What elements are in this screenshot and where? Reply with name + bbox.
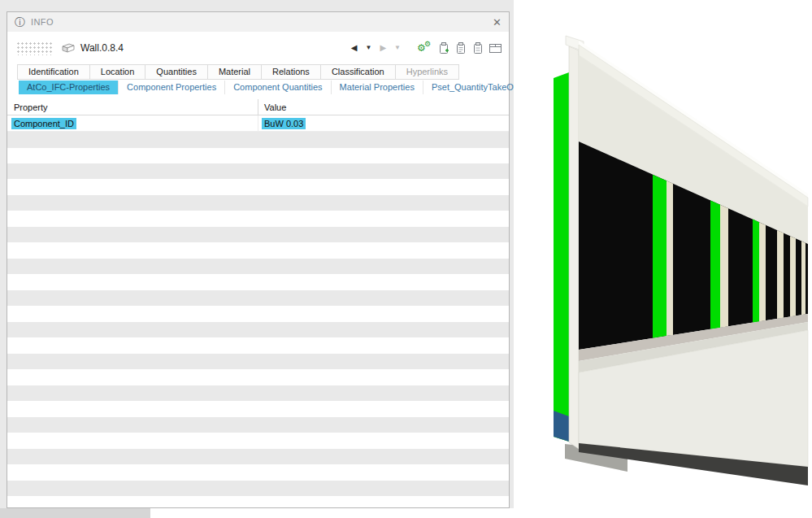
wall-end-stud-green [554, 72, 569, 442]
property-cell: Component_ID [7, 115, 258, 131]
value-cell: BuW 0.03 [258, 115, 509, 131]
property-set-tabs: AtCo_IFC-Properties Component Properties… [7, 81, 509, 94]
column-header-property[interactable]: Property [7, 99, 258, 115]
wall-stud-cream-3 [759, 222, 766, 321]
tab-relations[interactable]: Relations [261, 64, 321, 80]
window-titlebar[interactable]: ⓘ INFO ✕ [7, 12, 509, 32]
object-list-dropdown[interactable]: ▼ [365, 45, 371, 51]
next-object-button[interactable]: ▶ [380, 44, 386, 52]
window-layout-icon[interactable] [489, 42, 502, 54]
wall-left-end-face [569, 46, 579, 449]
property-name: Component_ID [11, 118, 76, 129]
tab-component-quantities[interactable]: Component Quantities [225, 81, 331, 94]
tab-classification[interactable]: Classification [320, 64, 396, 80]
wall-3d-model [514, 0, 812, 518]
table-row[interactable]: Component_ID BuW 0.03 [7, 115, 509, 132]
wall-stud-green-2 [710, 200, 720, 329]
wall-stud-cream-6 [801, 241, 805, 315]
wall-stud-green-3 [753, 220, 759, 323]
tab-location[interactable]: Location [89, 64, 146, 80]
clipboard-copy-icon-2[interactable] [454, 41, 467, 55]
table-header: Property Value [7, 99, 509, 115]
category-tabs: Identification Location Quantities Mater… [7, 64, 509, 80]
property-value: BuW 0.03 [262, 118, 306, 129]
gear-icon: ⚙ [424, 41, 431, 48]
wall-stud-green-1 [653, 175, 667, 338]
history-dropdown[interactable]: ▼ [394, 45, 401, 51]
wall-object-icon [61, 42, 76, 54]
clipboard-copy-icon-1[interactable] [437, 41, 450, 55]
tab-material-properties[interactable]: Material Properties [332, 81, 423, 94]
wall-stud-cream-5 [790, 236, 796, 316]
tab-atco-ifc-properties[interactable]: AtCo_IFC-Properties [19, 81, 119, 94]
wall-stud-cream-4 [777, 230, 784, 319]
tab-hyperlinks[interactable]: Hyperlinks [395, 64, 459, 80]
tab-component-properties[interactable]: Component Properties [119, 81, 225, 94]
info-window: ⓘ INFO ✕ Wall.0.8.4 ◀ ▼ ▶ ▼ ⚙ ⚙ [7, 11, 510, 508]
column-header-value[interactable]: Value [258, 99, 509, 115]
tab-material[interactable]: Material [207, 64, 262, 80]
close-button[interactable]: ✕ [493, 17, 502, 28]
settings-gears-icon[interactable]: ⚙ ⚙ [417, 41, 433, 55]
info-icon: ⓘ [15, 17, 25, 28]
statusbar-left [0, 508, 150, 518]
3d-viewport[interactable] [514, 0, 812, 518]
object-name: Wall.0.8.4 [80, 42, 124, 54]
wall-stud-cream-2 [720, 205, 728, 328]
tab-quantities[interactable]: Quantities [145, 64, 208, 80]
wall-stud-cream-1 [667, 181, 673, 336]
clipboard-copy-icon-3[interactable] [471, 41, 484, 55]
empty-rows [7, 132, 509, 507]
statusbar-mid [150, 508, 514, 518]
drag-grip-handle[interactable] [15, 41, 53, 55]
previous-object-button[interactable]: ◀ [351, 44, 358, 52]
screen: ⓘ INFO ✕ Wall.0.8.4 ◀ ▼ ▶ ▼ ⚙ ⚙ [0, 0, 812, 518]
window-title: INFO [31, 17, 493, 27]
object-toolbar: Wall.0.8.4 ◀ ▼ ▶ ▼ ⚙ ⚙ [7, 32, 509, 64]
tab-identification[interactable]: Identification [17, 64, 90, 80]
tab-pset-quantitytakeoff[interactable]: Pset_QuantityTakeOff [423, 81, 527, 94]
